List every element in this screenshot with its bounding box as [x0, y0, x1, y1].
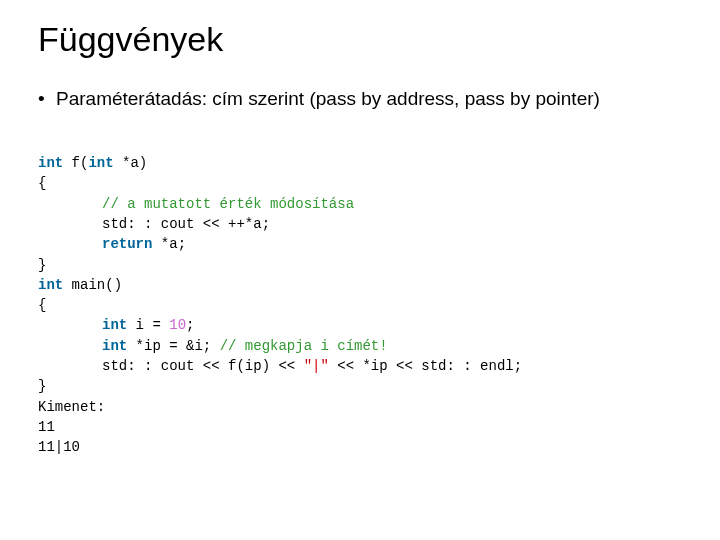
bullet-text: Paraméterátadás: cím szerint (pass by ad…: [56, 87, 600, 111]
code-line: int f(int *a): [38, 155, 147, 171]
keyword-int: int: [88, 155, 113, 171]
code-line: int main(): [38, 277, 122, 293]
comment: // a mutatott érték módosítása: [102, 196, 354, 212]
page-title: Függvények: [38, 20, 682, 59]
bullet-dot: •: [38, 87, 56, 111]
code-text: main(): [63, 277, 122, 293]
keyword-int: int: [102, 338, 127, 354]
code-line: {: [38, 297, 46, 313]
code-text: f(: [63, 155, 88, 171]
code-line: 11: [38, 419, 55, 435]
keyword-return: return: [102, 236, 152, 252]
code-text: std: : cout << f(ip) <<: [102, 358, 304, 374]
code-line: std: : cout << f(ip) << "|" << *ip << st…: [38, 358, 522, 374]
slide: Függvények • Paraméterátadás: cím szerin…: [0, 0, 720, 478]
code-line: std: : cout << ++*a;: [38, 216, 270, 232]
keyword-int: int: [38, 155, 63, 171]
code-line: {: [38, 175, 46, 191]
bullet-item: • Paraméterátadás: cím szerint (pass by …: [38, 87, 682, 111]
number-literal: 10: [169, 317, 186, 333]
code-text: *a;: [152, 236, 186, 252]
code-line: Kimenet:: [38, 399, 105, 415]
code-line: int i = 10;: [38, 317, 194, 333]
code-line: }: [38, 257, 46, 273]
string-literal: "|": [304, 358, 329, 374]
comment: // megkapja i címét!: [220, 338, 388, 354]
keyword-int: int: [38, 277, 63, 293]
code-line: }: [38, 378, 46, 394]
code-line: 11|10: [38, 439, 80, 455]
code-text: std: : cout << ++*a;: [102, 216, 270, 232]
code-text: ;: [186, 317, 194, 333]
code-line: int *ip = &i; // megkapja i címét!: [38, 338, 388, 354]
code-text: << *ip << std: : endl;: [329, 358, 522, 374]
code-text: *a): [114, 155, 148, 171]
keyword-int: int: [102, 317, 127, 333]
code-line: return *a;: [38, 236, 186, 252]
code-text: i =: [127, 317, 169, 333]
code-text: *ip = &i;: [127, 338, 219, 354]
code-block: int f(int *a) { // a mutatott érték módo…: [38, 133, 682, 458]
code-line: // a mutatott érték módosítása: [38, 196, 354, 212]
